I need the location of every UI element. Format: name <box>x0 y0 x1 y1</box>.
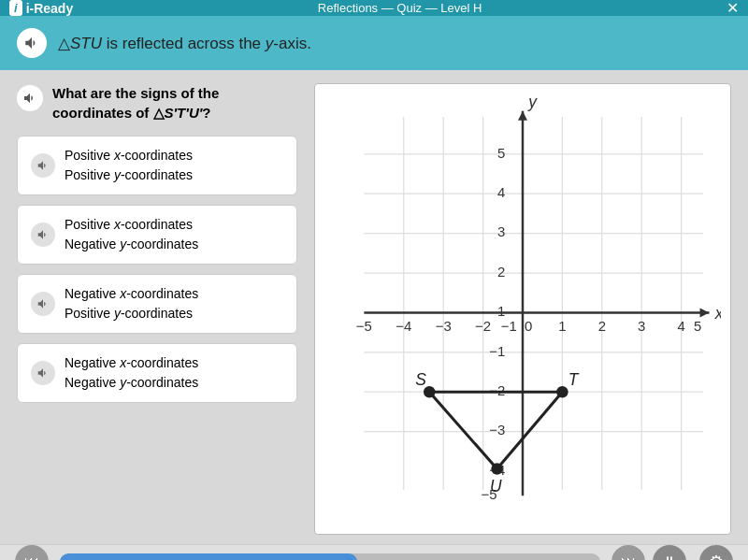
bottom-right-buttons: ⏸ ⚙ <box>645 545 733 560</box>
main-content: What are the signs of the coordinates of… <box>0 70 748 544</box>
tick-y4: 4 <box>497 184 505 200</box>
option-2-text: Positive x-coordinatesNegative y-coordin… <box>65 215 198 254</box>
question-speaker-button[interactable] <box>17 85 43 111</box>
logo-text: i-Ready <box>26 1 74 16</box>
close-button[interactable]: ✕ <box>726 1 739 16</box>
settings-button[interactable]: ⚙ <box>699 545 733 560</box>
tick-xn5: −5 <box>356 318 372 334</box>
tick-xn2: −2 <box>475 318 491 334</box>
tick-x5: 5 <box>694 318 701 334</box>
option-4-text: Negative x-coordinatesNegative y-coordin… <box>65 353 198 393</box>
next-icon: ⏭ <box>621 553 636 560</box>
tick-x0: 0 <box>525 318 532 334</box>
tick-xn1: −1 <box>501 318 517 334</box>
instruction-text: △STU is reflected across the y-axis. <box>58 34 311 53</box>
tick-yn1: −1 <box>489 343 505 359</box>
option-3[interactable]: Negative x-coordinatesPositive y-coordin… <box>17 274 297 334</box>
option-4[interactable]: Negative x-coordinatesNegative y-coordin… <box>17 343 297 403</box>
left-panel: What are the signs of the coordinates of… <box>17 83 297 535</box>
progress-bar-container <box>60 553 600 560</box>
bottom-bar: ⏮ ⏭ ⏸ ⚙ <box>0 544 748 560</box>
question-text: What are the signs of the coordinates of… <box>52 83 297 122</box>
coordinate-plane: x y 5 4 3 2 1 −1 −2 −3 −4 −5 −4 −3 −2 −1… <box>314 83 731 535</box>
option-3-speaker[interactable] <box>31 292 55 316</box>
tick-y3: 3 <box>497 223 505 239</box>
tick-yn3: −3 <box>489 422 505 438</box>
label-u: U <box>490 477 502 495</box>
pause-icon: ⏸ <box>663 554 676 560</box>
option-speaker-icon <box>36 297 50 310</box>
option-speaker-icon <box>36 228 50 241</box>
graph-svg: x y 5 4 3 2 1 −1 −2 −3 −4 −5 −4 −3 −2 −1… <box>324 93 721 524</box>
option-1-text: Positive x-coordinatesPositive y-coordin… <box>65 146 193 185</box>
option-3-text: Negative x-coordinatesPositive y-coordin… <box>65 284 198 323</box>
tick-x1: 1 <box>558 318 566 334</box>
page-title: Reflections — Quiz — Level H <box>318 1 482 15</box>
logo: i i-Ready <box>9 0 73 16</box>
option-4-speaker[interactable] <box>31 361 55 385</box>
tick-y5: 5 <box>497 145 505 161</box>
speaker-icon <box>23 35 40 51</box>
svg-marker-17 <box>700 308 710 317</box>
prev-button[interactable]: ⏮ <box>15 545 49 560</box>
question-speaker-icon <box>22 91 37 106</box>
svg-marker-19 <box>518 111 527 121</box>
title-bar: i i-Ready Reflections — Quiz — Level H ✕ <box>0 0 748 16</box>
instruction-bar: △STU is reflected across the y-axis. <box>0 16 748 70</box>
next-button[interactable]: ⏭ <box>611 545 645 560</box>
option-1-speaker[interactable] <box>31 153 55 178</box>
question-header: What are the signs of the coordinates of… <box>17 83 297 122</box>
instruction-speaker-button[interactable] <box>17 28 47 58</box>
triangle-side-su <box>429 392 496 468</box>
option-2-speaker[interactable] <box>31 223 55 247</box>
y-axis-label: y <box>527 93 538 111</box>
triangle-side-tu <box>497 392 563 468</box>
vertex-t <box>556 386 568 397</box>
tick-y2: 2 <box>497 264 505 280</box>
option-1[interactable]: Positive x-coordinatesPositive y-coordin… <box>17 136 297 195</box>
vertex-u <box>491 463 502 474</box>
x-axis-label: x <box>714 304 721 323</box>
option-speaker-icon <box>36 159 50 172</box>
tick-x4: 4 <box>677 318 684 334</box>
tick-yn2: −2 <box>489 382 505 398</box>
tick-y1: 1 <box>497 303 505 319</box>
option-2[interactable]: Positive x-coordinatesNegative y-coordin… <box>17 205 297 265</box>
tick-xn4: −4 <box>396 318 411 334</box>
options-list: Positive x-coordinatesPositive y-coordin… <box>17 136 297 403</box>
label-s: S <box>415 370 426 389</box>
tick-x3: 3 <box>638 318 645 334</box>
settings-icon: ⚙ <box>709 552 724 560</box>
tick-x2: 2 <box>598 318 606 334</box>
prev-icon: ⏮ <box>24 553 39 560</box>
tick-xn3: −3 <box>436 318 452 334</box>
label-t: T <box>568 370 580 389</box>
option-speaker-icon <box>36 366 50 380</box>
progress-bar-fill <box>60 553 357 560</box>
pause-button[interactable]: ⏸ <box>653 545 686 560</box>
logo-i: i <box>9 0 22 16</box>
